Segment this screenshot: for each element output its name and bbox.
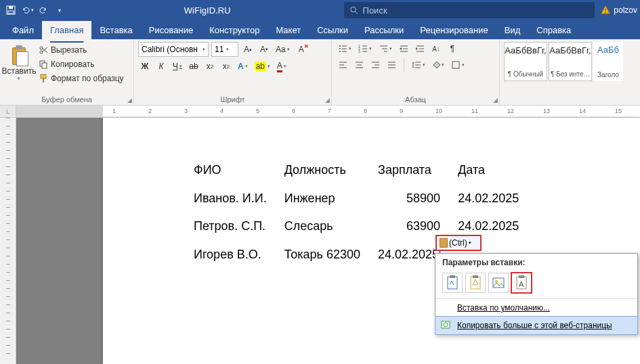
tab-help[interactable]: Справка bbox=[528, 21, 579, 39]
search-input[interactable] bbox=[363, 5, 590, 16]
change-case-button[interactable]: Aa▾ bbox=[274, 43, 292, 56]
multilevel-button[interactable]: ▾ bbox=[377, 42, 394, 55]
highlight-button[interactable]: ab▾ bbox=[253, 60, 272, 73]
clipboard-formatted-icon bbox=[446, 275, 459, 290]
svg-rect-54 bbox=[471, 277, 480, 289]
underline-button[interactable]: Ч▾ bbox=[171, 60, 184, 73]
svg-text:A: A bbox=[519, 280, 524, 288]
svg-point-8 bbox=[40, 47, 43, 49]
svg-rect-55 bbox=[473, 275, 478, 278]
ruler-tick: 10 bbox=[435, 108, 442, 114]
ruler-tick: 1 bbox=[112, 108, 116, 114]
tab-design[interactable]: Конструктор bbox=[201, 21, 268, 39]
border-icon bbox=[451, 60, 461, 70]
group-label-clipboard: Буфер обмена bbox=[4, 94, 129, 104]
borders-button[interactable]: ▾ bbox=[449, 58, 467, 72]
clear-formatting-button[interactable]: A✖ bbox=[295, 43, 308, 56]
user-name: polzov bbox=[614, 5, 637, 15]
redo-icon[interactable] bbox=[37, 3, 50, 17]
ruler-tick: 11 bbox=[471, 108, 478, 114]
ruler-tick: 13 bbox=[543, 108, 550, 114]
group-paragraph: ▾ 123▾ ▾ A↓ ¶ ▾ ▾ ▾ Абзац ◢ bbox=[332, 39, 500, 105]
numbering-button[interactable]: 123▾ bbox=[356, 42, 374, 55]
copy-icon bbox=[39, 60, 48, 69]
tab-insert[interactable]: Вставка bbox=[91, 21, 140, 39]
search-box[interactable] bbox=[344, 2, 595, 18]
grow-font-button[interactable]: A▴ bbox=[241, 43, 255, 56]
ruler-tick: 15 bbox=[615, 108, 622, 114]
doc-row: Иванов. И.И. Инженер 58900 24.02.2025 bbox=[194, 185, 535, 212]
tab-references[interactable]: Ссылки bbox=[309, 21, 356, 39]
increase-indent-button[interactable] bbox=[413, 42, 427, 55]
paste-ctrl-button[interactable]: (Ctrl) ▾ bbox=[435, 235, 482, 251]
undo-icon[interactable]: ▾ bbox=[20, 3, 34, 17]
font-name-selector[interactable]: Calibri (Основн▾ bbox=[138, 42, 209, 57]
horizontal-ruler[interactable]: L 123456789101112131415 bbox=[0, 106, 640, 118]
clipboard-launcher-icon[interactable]: ◢ bbox=[127, 97, 132, 104]
align-left-button[interactable] bbox=[336, 58, 349, 72]
cut-button[interactable]: Вырезать bbox=[37, 43, 126, 57]
svg-rect-1 bbox=[9, 6, 13, 9]
document-page[interactable]: ФИО Должность Зарплата Дата Иванов. И.И.… bbox=[103, 118, 640, 364]
vertical-ruler[interactable] bbox=[0, 118, 16, 364]
sort-button[interactable]: A↓ bbox=[429, 42, 443, 55]
group-label-paragraph: Абзац bbox=[336, 94, 495, 104]
ruler-tick: 9 bbox=[400, 108, 403, 114]
svg-rect-53 bbox=[450, 275, 455, 278]
justify-button[interactable] bbox=[385, 58, 398, 72]
svg-point-6 bbox=[605, 12, 607, 13]
user-account[interactable]: polzov bbox=[600, 5, 640, 16]
line-spacing-button[interactable]: ▾ bbox=[410, 58, 427, 72]
show-marks-button[interactable]: ¶ bbox=[446, 42, 459, 55]
font-color-button[interactable]: A▾ bbox=[275, 60, 289, 73]
superscript-button[interactable]: x2 bbox=[219, 60, 233, 73]
paste-keep-source-button[interactable] bbox=[442, 273, 463, 293]
tab-file[interactable]: Файл bbox=[4, 21, 42, 39]
tab-draw[interactable]: Рисование bbox=[141, 21, 201, 39]
svg-rect-56 bbox=[493, 278, 504, 288]
text-effects-button[interactable]: A▾ bbox=[236, 60, 250, 73]
save-icon[interactable] bbox=[4, 3, 18, 17]
bucket-icon bbox=[432, 61, 440, 69]
paragraph-launcher-icon[interactable]: ◢ bbox=[493, 97, 498, 104]
tab-mailings[interactable]: Рассылки bbox=[356, 21, 412, 39]
shrink-font-button[interactable]: A▾ bbox=[257, 43, 271, 56]
align-right-button[interactable] bbox=[368, 58, 382, 72]
quick-access-toolbar: ▾ ▾ bbox=[0, 0, 70, 20]
svg-point-7 bbox=[40, 51, 43, 53]
paste-options-header: Параметры вставки: bbox=[435, 254, 637, 270]
workspace: ФИО Должность Зарплата Дата Иванов. И.И.… bbox=[0, 118, 640, 364]
bold-button[interactable]: Ж bbox=[138, 60, 152, 73]
format-painter-button[interactable]: Формат по образцу bbox=[37, 72, 126, 85]
copy-more-menu-item[interactable]: Копировать больше с этой веб-страницы bbox=[435, 316, 638, 335]
group-styles: АаБбВвГг, ¶ Обычный АаБбВвГг, ¶ Без инте… bbox=[500, 39, 640, 105]
tab-layout[interactable]: Макет bbox=[268, 21, 309, 39]
group-label-font: Шрифт bbox=[138, 94, 327, 104]
group-font: Calibri (Основн▾ 11▾ A▴ A▾ Aa▾ A✖ Ж К Ч▾… bbox=[134, 39, 332, 105]
style-no-spacing[interactable]: АаБбВвГг, ¶ Без инте… bbox=[549, 42, 592, 81]
paste-merge-button[interactable] bbox=[465, 273, 486, 293]
tab-view[interactable]: Вид bbox=[496, 21, 529, 39]
qat-customize-icon[interactable]: ▾ bbox=[53, 3, 66, 17]
warning-icon bbox=[600, 5, 611, 16]
style-heading1[interactable]: АаБб Заголо bbox=[593, 42, 623, 81]
paste-picture-button[interactable] bbox=[488, 273, 509, 293]
subscript-button[interactable]: x2 bbox=[203, 60, 217, 73]
paste-text-only-button[interactable]: A bbox=[511, 273, 532, 293]
align-center-button[interactable] bbox=[352, 58, 366, 72]
bullets-button[interactable]: ▾ bbox=[336, 42, 354, 55]
font-size-selector[interactable]: 11▾ bbox=[211, 42, 238, 57]
tab-home[interactable]: Главная bbox=[42, 21, 91, 39]
shading-button[interactable]: ▾ bbox=[430, 58, 446, 72]
copy-button[interactable]: Копировать bbox=[37, 58, 126, 71]
title-bar: ▾ ▾ WiFigID.RU polzov bbox=[0, 0, 640, 20]
decrease-indent-button[interactable] bbox=[397, 42, 410, 55]
font-launcher-icon[interactable]: ◢ bbox=[325, 97, 330, 104]
paste-options-popup: (Ctrl) ▾ Параметры вставки: A bbox=[435, 253, 638, 335]
italic-button[interactable]: К bbox=[154, 60, 168, 73]
tab-review[interactable]: Рецензирование bbox=[412, 21, 496, 39]
style-normal[interactable]: АаБбВвГг, ¶ Обычный bbox=[504, 42, 547, 81]
paste-button[interactable]: Вставить ▾ bbox=[4, 42, 34, 89]
strikethrough-button[interactable]: ab bbox=[187, 60, 200, 73]
paste-default-menu-item[interactable]: Вставка по умолчанию... bbox=[435, 299, 637, 317]
